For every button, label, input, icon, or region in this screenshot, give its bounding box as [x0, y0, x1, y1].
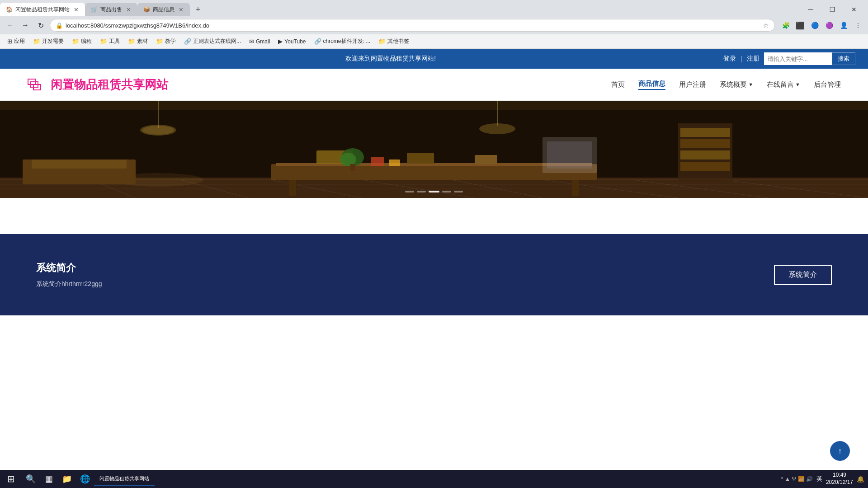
hero-banner	[0, 101, 868, 198]
nav-label: 在线留言	[767, 80, 794, 89]
nav-label: 用户注册	[679, 80, 706, 89]
bookmark-label: YouTube	[284, 38, 306, 45]
extension-icon-2[interactable]: 🔵	[808, 19, 821, 32]
nav-message[interactable]: 在线留言▼	[767, 80, 800, 89]
intro-content: 系统简介 系统简介hhrthrrrr22ggg	[36, 261, 102, 288]
website-content: 欢迎来到闲置物品租赁共享网站! 登录 | 注册 搜索 闲置物品租赁共享网站 首页…	[0, 49, 868, 379]
forward-button[interactable]: →	[19, 19, 32, 32]
nav-label: 后台管理	[814, 80, 841, 89]
bookmark-bm11[interactable]: 📁 其他书签	[375, 36, 413, 47]
nav-label: 系统概要	[720, 80, 747, 89]
browser-tab-tab1[interactable]: 🏠 闲置物品租赁共享网站 ✕	[0, 3, 85, 16]
empty-section	[0, 315, 868, 379]
svg-rect-39	[23, 160, 136, 169]
profile-button[interactable]: 👤	[837, 19, 850, 32]
bookmark-bm2[interactable]: 📁 开发需要	[29, 36, 67, 47]
svg-rect-40	[23, 160, 32, 184]
new-tab-button[interactable]: +	[192, 3, 204, 16]
svg-rect-22	[407, 153, 434, 164]
svg-rect-41	[127, 160, 136, 184]
nav-admin[interactable]: 后台管理	[814, 80, 841, 89]
nav-products[interactable]: 商品信息	[638, 80, 665, 90]
browser-actions: 🧩 ⬛ 🔵 🟣 👤 ⋮	[779, 19, 864, 32]
nav-home[interactable]: 首页	[611, 80, 625, 89]
tab-favicon: 🛒	[90, 6, 98, 13]
restore-button[interactable]: ❐	[822, 3, 843, 16]
svg-rect-20	[572, 180, 579, 196]
nav-register[interactable]: 用户注册	[679, 80, 706, 89]
bookmark-bm7[interactable]: 🔗 正则表达式在线网...	[180, 36, 245, 47]
bookmark-icon: 📁	[100, 38, 107, 45]
carousel-dot-d4[interactable]	[442, 191, 451, 192]
window-controls: ─ ❐ ✕	[800, 3, 868, 16]
carousel-dot-d3[interactable]	[429, 191, 439, 192]
main-header: 闲置物品租赁共享网站 首页商品信息用户注册系统概要▼在线留言▼后台管理	[0, 69, 868, 101]
tab-close[interactable]: ✕	[177, 6, 184, 13]
bookmark-bm3[interactable]: 📁 编程	[68, 36, 95, 47]
bookmark-label: 开发需要	[42, 38, 64, 45]
svg-rect-19	[289, 180, 296, 196]
bookmark-icon: 📁	[128, 38, 135, 45]
intro-button[interactable]: 系统简介	[774, 265, 832, 285]
address-bar-row: ← → ↻ 🔒 localhost:8080/ssmxzwpzlgxwzhsg8…	[0, 16, 868, 34]
search-input[interactable]	[764, 52, 832, 65]
dropdown-arrow: ▼	[795, 82, 800, 87]
svg-rect-28	[680, 128, 730, 137]
extensions-button[interactable]: 🧩	[779, 19, 792, 32]
login-link[interactable]: 登录	[723, 55, 736, 63]
star-icon[interactable]: ☆	[763, 22, 769, 29]
extension-icon-3[interactable]: 🟣	[823, 19, 835, 32]
bookmark-bm8[interactable]: ✉ Gmail	[245, 37, 274, 46]
browser-tab-tab2[interactable]: 🛒 商品出售 ✕	[85, 3, 137, 16]
welcome-message: 欢迎来到闲置物品租赁共享网站!	[58, 55, 723, 63]
bookmarks-bar: ⊞ 应用📁 开发需要📁 编程📁 工具📁 素材📁 教学🔗 正则表达式在线网...✉…	[0, 34, 868, 49]
intro-section: 系统简介 系统简介hhrthrrrr22ggg 系统简介	[0, 234, 868, 315]
minimize-button[interactable]: ─	[800, 3, 821, 16]
bookmark-bm1[interactable]: ⊞ 应用	[4, 36, 28, 47]
welcome-bar: 欢迎来到闲置物品租赁共享网站! 登录 | 注册 搜索	[0, 49, 868, 69]
bookmark-bm5[interactable]: 📁 素材	[124, 36, 151, 47]
bookmark-icon: 🔗	[184, 38, 191, 45]
dropdown-arrow: ▼	[748, 82, 753, 87]
carousel-dot-d2[interactable]	[417, 191, 426, 192]
furniture-scene	[0, 101, 868, 198]
browser-chrome: 🏠 闲置物品租赁共享网站 ✕🛒 商品出售 ✕📦 商品信息 ✕ + ─ ❐ ✕ ←…	[0, 0, 868, 49]
welcome-bar-right: 登录 | 注册 搜索	[723, 52, 864, 65]
carousel-dot-d1[interactable]	[405, 191, 414, 192]
bookmark-icon: 📁	[72, 38, 79, 45]
register-link[interactable]: 注册	[747, 55, 760, 63]
carousel-dot-d5[interactable]	[454, 191, 463, 192]
bookmark-label: 正则表达式在线网...	[193, 38, 241, 45]
main-nav: 首页商品信息用户注册系统概要▼在线留言▼后台管理	[611, 80, 841, 90]
svg-rect-23	[475, 155, 497, 164]
search-button[interactable]: 搜索	[832, 52, 855, 65]
address-bar[interactable]: 🔒 localhost:8080/ssmxzwpzlgxwzhsg8749W1B…	[50, 19, 775, 32]
logo-icon	[27, 75, 45, 94]
tab-close[interactable]: ✕	[72, 6, 80, 13]
reload-button[interactable]: ↻	[34, 19, 47, 32]
tab-close[interactable]: ✕	[125, 6, 132, 13]
bookmark-bm4[interactable]: 📁 工具	[96, 36, 123, 47]
logo-area: 闲置物品租赁共享网站	[27, 75, 168, 94]
bookmark-label: Gmail	[256, 38, 270, 45]
menu-button[interactable]: ⋮	[852, 19, 864, 32]
tab-title: 闲置物品租赁共享网站	[15, 6, 70, 14]
bookmark-label: 素材	[137, 38, 148, 45]
bookmark-bm10[interactable]: 🔗 chrome插件开发: ...	[311, 36, 374, 47]
nav-label: 商品信息	[638, 80, 665, 88]
intro-title: 系统简介	[36, 261, 102, 275]
bookmark-label: 应用	[14, 38, 25, 45]
address-text: localhost:8080/ssmxzwpzlgxwzhsg8749W1B6/…	[66, 22, 763, 29]
bookmark-icon: 📁	[156, 38, 163, 45]
svg-rect-26	[350, 164, 355, 171]
nav-system[interactable]: 系统概要▼	[720, 80, 753, 89]
extension-icon-1[interactable]: ⬛	[794, 19, 807, 32]
bookmark-bm6[interactable]: 📁 教学	[152, 36, 179, 47]
browser-tab-tab3[interactable]: 📦 商品信息 ✕	[137, 3, 190, 16]
close-button[interactable]: ✕	[844, 3, 864, 16]
intro-text: 系统简介hhrthrrrr22ggg	[36, 280, 102, 288]
bookmark-icon: 📁	[33, 38, 40, 45]
bookmark-icon: 🔗	[314, 38, 321, 45]
bookmark-bm9[interactable]: ▶ YouTube	[274, 37, 309, 46]
back-button[interactable]: ←	[4, 19, 16, 32]
